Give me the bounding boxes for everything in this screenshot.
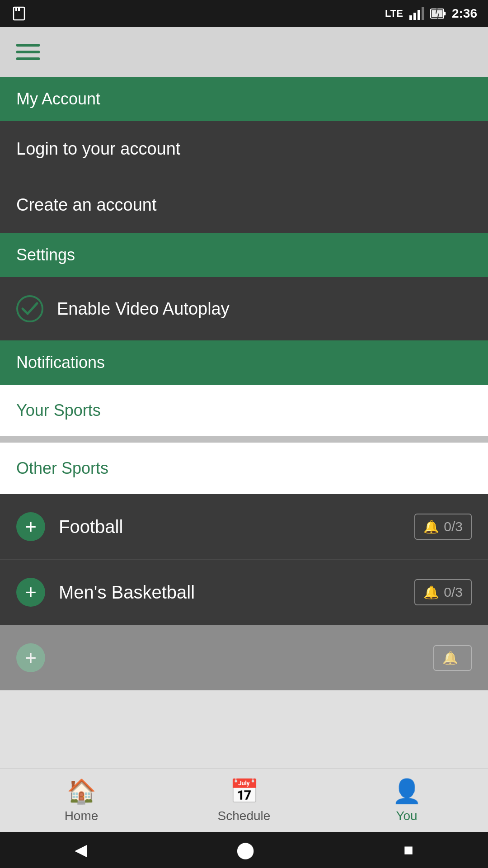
svg-rect-2 <box>18 7 20 11</box>
settings-section: Enable Video Autoplay <box>0 277 488 340</box>
settings-header: Settings <box>0 233 488 277</box>
home-button[interactable]: ⬤ <box>236 840 254 859</box>
other-sports-section: Other Sports <box>0 443 488 494</box>
svg-rect-6 <box>422 7 424 20</box>
home-icon: 🏠 <box>67 778 96 805</box>
home-nav-label: Home <box>65 809 99 823</box>
football-sport-item[interactable]: + Football 🔔 0/3 <box>0 494 488 560</box>
you-icon: 👤 <box>392 778 422 805</box>
football-notification-badge[interactable]: 🔔 0/3 <box>414 514 472 540</box>
back-button[interactable]: ◀ <box>75 840 87 859</box>
notifications-header: Notifications <box>0 340 488 385</box>
svg-rect-8 <box>444 12 446 16</box>
android-navigation-bar: ◀ ⬤ ■ <box>0 832 488 868</box>
sd-card-icon <box>11 5 27 22</box>
you-nav-label: You <box>396 809 417 823</box>
time-display: 2:36 <box>452 6 477 21</box>
bottom-navigation: 🏠 Home 📅 Schedule 👤 You <box>0 769 488 832</box>
lte-label: LTE <box>385 8 403 19</box>
svg-rect-9 <box>432 10 442 17</box>
bell-icon: 🔔 <box>423 519 439 534</box>
svg-rect-1 <box>15 7 17 11</box>
status-bar-left <box>11 5 27 22</box>
login-menu-item[interactable]: Login to your account <box>0 121 488 177</box>
mens-basketball-sport-item[interactable]: + Men's Basketball 🔔 0/3 <box>0 560 488 625</box>
your-sports-section: Your Sports <box>0 385 488 436</box>
svg-rect-4 <box>413 13 416 20</box>
create-account-menu-item[interactable]: Create an account <box>0 177 488 233</box>
nav-you[interactable]: 👤 You <box>325 778 488 823</box>
svg-rect-5 <box>418 10 420 20</box>
schedule-icon: 📅 <box>230 778 259 805</box>
svg-point-12 <box>17 296 42 321</box>
main-content: My Account Login to your account Create … <box>0 77 488 769</box>
add-basketball-icon[interactable]: + <box>16 578 45 607</box>
bell-icon-2: 🔔 <box>423 585 439 600</box>
status-bar-right: LTE 2:36 <box>385 6 477 21</box>
basketball-notification-badge[interactable]: 🔔 0/3 <box>414 579 472 605</box>
third-sport-item[interactable]: + 🔔 <box>0 625 488 690</box>
app-header <box>0 27 488 77</box>
check-circle-icon <box>16 295 43 322</box>
sports-list: + Football 🔔 0/3 + Men's Basketball 🔔 0/… <box>0 494 488 690</box>
add-football-icon[interactable]: + <box>16 512 45 541</box>
my-account-section: Login to your account Create an account <box>0 121 488 233</box>
add-third-sport-icon[interactable]: + <box>16 643 45 672</box>
bell-icon-3: 🔔 <box>442 651 458 665</box>
recent-button[interactable]: ■ <box>404 840 413 859</box>
enable-video-autoplay-item[interactable]: Enable Video Autoplay <box>0 277 488 340</box>
hamburger-menu-button[interactable] <box>16 44 40 60</box>
schedule-nav-label: Schedule <box>218 809 271 823</box>
my-account-header: My Account <box>0 77 488 121</box>
svg-rect-3 <box>409 15 412 20</box>
nav-home[interactable]: 🏠 Home <box>0 778 163 823</box>
divider-1 <box>0 436 488 443</box>
status-bar: LTE 2:36 <box>0 0 488 27</box>
battery-icon <box>430 6 446 21</box>
third-sport-notification-badge[interactable]: 🔔 <box>433 645 472 671</box>
signal-icon <box>408 6 425 21</box>
nav-schedule[interactable]: 📅 Schedule <box>163 778 325 823</box>
